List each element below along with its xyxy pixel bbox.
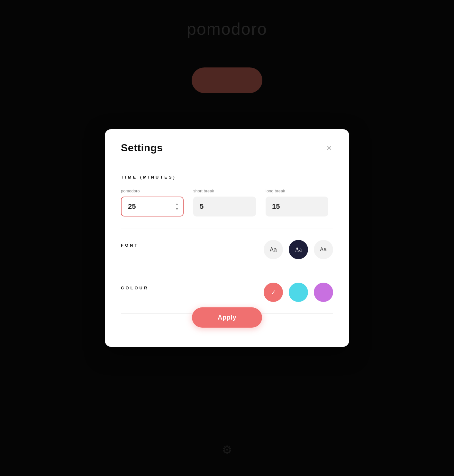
long-break-input[interactable] (266, 197, 328, 216)
font-section-inner: FONT Aa Aa Aa (121, 240, 333, 259)
font-option-mono[interactable]: Aa (314, 240, 333, 259)
short-break-input-wrapper (193, 197, 256, 216)
pomodoro-spin-buttons: ▲ ▼ (175, 202, 179, 211)
font-option-sans[interactable]: Aa (264, 240, 283, 259)
font-section: FONT Aa Aa Aa (121, 228, 333, 271)
colour-option-red[interactable]: ✓ (264, 283, 283, 302)
modal-overlay: Settings × TIME (MINUTES) pomodoro ▲ ▼ (0, 0, 454, 476)
font-options-container: Aa Aa Aa (264, 240, 333, 259)
colour-options-container: ✓ (264, 283, 333, 302)
pomodoro-input-wrapper: ▲ ▼ (121, 197, 184, 216)
short-break-input[interactable] (193, 197, 256, 216)
modal-header: Settings × (121, 142, 333, 154)
pomodoro-increment[interactable]: ▲ (175, 202, 179, 206)
time-section: TIME (MINUTES) pomodoro ▲ ▼ short bre (121, 163, 333, 228)
pomodoro-label: pomodoro (121, 189, 184, 193)
time-inputs-container: pomodoro ▲ ▼ short break (121, 189, 333, 216)
apply-button[interactable]: Apply (192, 307, 262, 328)
colour-section-inner: COLOUR ✓ (121, 283, 333, 302)
pomodoro-decrement[interactable]: ▼ (175, 207, 179, 211)
font-section-title: FONT (121, 243, 139, 248)
close-button[interactable]: × (325, 142, 333, 154)
long-break-input-wrapper (266, 197, 328, 216)
modal-title: Settings (121, 142, 163, 154)
apply-button-wrapper: Apply (121, 307, 333, 328)
font-option-serif[interactable]: Aa (289, 240, 308, 259)
long-break-label: long break (266, 189, 328, 193)
pomodoro-input[interactable] (121, 197, 184, 216)
short-break-label: short break (193, 189, 256, 193)
colour-option-purple[interactable] (314, 283, 333, 302)
short-break-input-group: short break (193, 189, 256, 216)
settings-modal: Settings × TIME (MINUTES) pomodoro ▲ ▼ (105, 129, 349, 347)
colour-section-title: COLOUR (121, 286, 149, 290)
pomodoro-input-group: pomodoro ▲ ▼ (121, 189, 184, 216)
time-section-title: TIME (MINUTES) (121, 175, 333, 180)
long-break-input-group: long break (266, 189, 328, 216)
colour-option-cyan[interactable] (289, 283, 308, 302)
